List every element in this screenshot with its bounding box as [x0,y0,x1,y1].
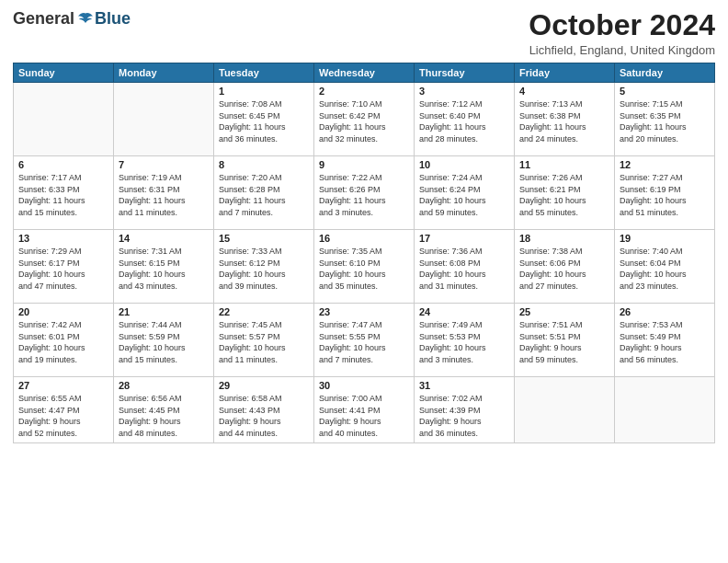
day-number: 27 [18,380,108,391]
day-number: 2 [319,86,409,97]
day-number: 20 [18,306,108,317]
day-number: 17 [419,233,509,244]
day-number: 1 [219,86,309,97]
day-number: 18 [519,233,609,244]
day-info: Sunrise: 7:38 AM Sunset: 6:06 PM Dayligh… [519,246,609,292]
day-info: Sunrise: 7:17 AM Sunset: 6:33 PM Dayligh… [18,172,108,218]
calendar-week-2: 13Sunrise: 7:29 AM Sunset: 6:17 PM Dayli… [14,230,715,304]
header-saturday: Saturday [615,63,715,83]
calendar-week-0: 1Sunrise: 7:08 AM Sunset: 6:45 PM Daylig… [14,83,715,156]
title-block: October 2024 Lichfield, England, United … [529,9,715,57]
table-row: 26Sunrise: 7:53 AM Sunset: 5:49 PM Dayli… [615,304,715,377]
day-number: 19 [620,233,710,244]
header-friday: Friday [515,63,615,83]
day-info: Sunrise: 7:49 AM Sunset: 5:53 PM Dayligh… [419,319,509,365]
day-info: Sunrise: 7:47 AM Sunset: 5:55 PM Dayligh… [319,319,409,365]
day-info: Sunrise: 7:26 AM Sunset: 6:21 PM Dayligh… [519,172,609,218]
day-info: Sunrise: 7:24 AM Sunset: 6:24 PM Dayligh… [419,172,509,218]
table-row: 31Sunrise: 7:02 AM Sunset: 4:39 PM Dayli… [415,377,515,443]
table-row: 27Sunrise: 6:55 AM Sunset: 4:47 PM Dayli… [14,377,114,443]
table-row: 22Sunrise: 7:45 AM Sunset: 5:57 PM Dayli… [214,304,314,377]
table-row: 25Sunrise: 7:51 AM Sunset: 5:51 PM Dayli… [515,304,615,377]
day-info: Sunrise: 7:36 AM Sunset: 6:08 PM Dayligh… [419,246,509,292]
day-info: Sunrise: 7:53 AM Sunset: 5:49 PM Dayligh… [620,319,710,365]
day-info: Sunrise: 7:31 AM Sunset: 6:15 PM Dayligh… [119,246,209,292]
table-row: 28Sunrise: 6:56 AM Sunset: 4:45 PM Dayli… [114,377,214,443]
table-row: 20Sunrise: 7:42 AM Sunset: 6:01 PM Dayli… [14,304,114,377]
table-row [615,377,715,443]
day-info: Sunrise: 7:13 AM Sunset: 6:38 PM Dayligh… [519,98,609,144]
day-number: 29 [219,380,309,391]
logo-blue: Blue [95,9,131,29]
day-info: Sunrise: 7:00 AM Sunset: 4:41 PM Dayligh… [319,393,409,439]
day-info: Sunrise: 7:45 AM Sunset: 5:57 PM Dayligh… [219,319,309,365]
header: General Blue October 2024 Lichfield, Eng… [13,9,715,57]
table-row: 3Sunrise: 7:12 AM Sunset: 6:40 PM Daylig… [415,83,515,156]
month-title: October 2024 [529,9,715,41]
table-row [14,83,114,156]
table-row: 6Sunrise: 7:17 AM Sunset: 6:33 PM Daylig… [14,156,114,230]
day-info: Sunrise: 7:29 AM Sunset: 6:17 PM Dayligh… [18,246,108,292]
table-row: 17Sunrise: 7:36 AM Sunset: 6:08 PM Dayli… [415,230,515,304]
day-number: 11 [519,159,609,170]
day-info: Sunrise: 7:10 AM Sunset: 6:42 PM Dayligh… [319,98,409,144]
day-info: Sunrise: 7:33 AM Sunset: 6:12 PM Dayligh… [219,246,309,292]
table-row: 29Sunrise: 6:58 AM Sunset: 4:43 PM Dayli… [214,377,314,443]
day-number: 8 [219,159,309,170]
day-info: Sunrise: 7:51 AM Sunset: 5:51 PM Dayligh… [519,319,609,365]
header-wednesday: Wednesday [314,63,415,83]
day-info: Sunrise: 7:35 AM Sunset: 6:10 PM Dayligh… [319,246,409,292]
header-row: Sunday Monday Tuesday Wednesday Thursday… [14,63,715,83]
table-row: 7Sunrise: 7:19 AM Sunset: 6:31 PM Daylig… [114,156,214,230]
table-row: 12Sunrise: 7:27 AM Sunset: 6:19 PM Dayli… [615,156,715,230]
day-info: Sunrise: 6:56 AM Sunset: 4:45 PM Dayligh… [119,393,209,439]
header-sunday: Sunday [14,63,114,83]
table-row: 19Sunrise: 7:40 AM Sunset: 6:04 PM Dayli… [615,230,715,304]
day-number: 31 [419,380,509,391]
day-number: 16 [319,233,409,244]
day-number: 28 [119,380,209,391]
table-row: 15Sunrise: 7:33 AM Sunset: 6:12 PM Dayli… [214,230,314,304]
table-row: 13Sunrise: 7:29 AM Sunset: 6:17 PM Dayli… [14,230,114,304]
table-row: 9Sunrise: 7:22 AM Sunset: 6:26 PM Daylig… [314,156,415,230]
day-info: Sunrise: 7:19 AM Sunset: 6:31 PM Dayligh… [119,172,209,218]
day-info: Sunrise: 7:40 AM Sunset: 6:04 PM Dayligh… [620,246,710,292]
table-row: 30Sunrise: 7:00 AM Sunset: 4:41 PM Dayli… [314,377,415,443]
table-row [114,83,214,156]
day-number: 15 [219,233,309,244]
location: Lichfield, England, United Kingdom [529,43,715,57]
day-number: 30 [319,380,409,391]
table-row [515,377,615,443]
logo-bird-icon [76,12,95,27]
table-row: 5Sunrise: 7:15 AM Sunset: 6:35 PM Daylig… [615,83,715,156]
table-row: 21Sunrise: 7:44 AM Sunset: 5:59 PM Dayli… [114,304,214,377]
table-row: 24Sunrise: 7:49 AM Sunset: 5:53 PM Dayli… [415,304,515,377]
day-info: Sunrise: 6:58 AM Sunset: 4:43 PM Dayligh… [219,393,309,439]
day-number: 6 [18,159,108,170]
logo-general: General [13,9,74,29]
day-number: 21 [119,306,209,317]
day-number: 13 [18,233,108,244]
day-number: 23 [319,306,409,317]
day-info: Sunrise: 6:55 AM Sunset: 4:47 PM Dayligh… [18,393,108,439]
day-number: 26 [620,306,710,317]
day-info: Sunrise: 7:27 AM Sunset: 6:19 PM Dayligh… [620,172,710,218]
day-number: 12 [620,159,710,170]
day-number: 14 [119,233,209,244]
calendar: Sunday Monday Tuesday Wednesday Thursday… [13,63,715,443]
day-info: Sunrise: 7:22 AM Sunset: 6:26 PM Dayligh… [319,172,409,218]
logo: General Blue [13,9,131,29]
calendar-week-4: 27Sunrise: 6:55 AM Sunset: 4:47 PM Dayli… [14,377,715,443]
day-number: 25 [519,306,609,317]
day-info: Sunrise: 7:08 AM Sunset: 6:45 PM Dayligh… [219,98,309,144]
day-number: 24 [419,306,509,317]
day-info: Sunrise: 7:20 AM Sunset: 6:28 PM Dayligh… [219,172,309,218]
table-row: 23Sunrise: 7:47 AM Sunset: 5:55 PM Dayli… [314,304,415,377]
header-tuesday: Tuesday [214,63,314,83]
header-thursday: Thursday [415,63,515,83]
calendar-week-1: 6Sunrise: 7:17 AM Sunset: 6:33 PM Daylig… [14,156,715,230]
day-info: Sunrise: 7:12 AM Sunset: 6:40 PM Dayligh… [419,98,509,144]
table-row: 18Sunrise: 7:38 AM Sunset: 6:06 PM Dayli… [515,230,615,304]
table-row: 14Sunrise: 7:31 AM Sunset: 6:15 PM Dayli… [114,230,214,304]
header-monday: Monday [114,63,214,83]
